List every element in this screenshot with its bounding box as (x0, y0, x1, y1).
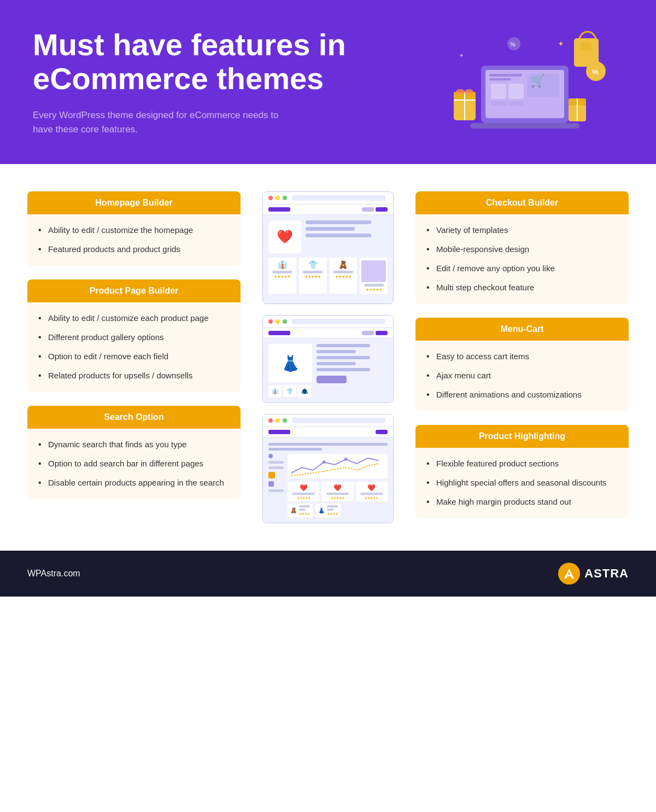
svg-rect-8 (508, 101, 524, 106)
m1-hero: ❤️ (268, 220, 388, 253)
list-item: Different animations and customizations (426, 389, 618, 400)
m1-product-img: ❤️ (268, 220, 301, 253)
list-item: Variety of templates (426, 224, 618, 236)
menu-cart-body: Easy to access cart items Ajax menu cart… (415, 341, 629, 411)
astra-label: ASTRA (584, 566, 629, 581)
list-item: Mobile-responsive design (426, 243, 618, 255)
list-item: Related products for upsells / downsells (38, 370, 230, 381)
m3-layout: ❤️ ★★★★★ ❤️ ★★★★★ ❤️ (268, 454, 388, 517)
product-page-builder-body: Ability to edit / customize each product… (27, 302, 241, 392)
nav-btn-dark (376, 207, 388, 212)
homepage-builder-body: Ability to edit / customize the homepage… (27, 214, 241, 266)
m1-line (306, 220, 371, 224)
m3-prod: ❤️ ★★★★★ (288, 482, 319, 501)
svg-point-29 (344, 458, 348, 461)
m1-grid-item: 👔 ★★★★★ (268, 258, 296, 294)
list-item: Make high margin products stand out (426, 496, 618, 507)
mockup-nav-3 (263, 427, 393, 437)
svg-text:✦: ✦ (558, 39, 564, 48)
checkout-builder-body: Variety of templates Mobile-responsive d… (415, 214, 629, 304)
m2-thumb: 👕 (283, 385, 296, 397)
footer-url: WPAstra.com (27, 569, 80, 579)
list-item: Ajax menu cart (426, 370, 618, 381)
mockup-product: 👗 👔 👕 🧥 (262, 315, 394, 403)
browser-bar (292, 418, 385, 423)
m2-line (317, 356, 370, 359)
list-item: Ability to edit / customize each product… (38, 312, 230, 324)
homepage-builder-list: Ability to edit / customize the homepage… (38, 224, 230, 255)
svg-text:%: % (510, 41, 516, 48)
m3-prod: ❤️ ★★★★★ (321, 482, 353, 501)
m2-left: 👗 👔 👕 🧥 (268, 344, 312, 397)
astra-icon (558, 563, 580, 585)
header-subtitle: Every WordPress theme designed for eComm… (33, 108, 284, 136)
list-item: Option to edit / remove each field (38, 350, 230, 362)
mockup-nav-2 (263, 328, 393, 338)
screenshots-column: ❤️ 👔 ★★★★★ 👕 (257, 191, 399, 523)
nav-pill (268, 207, 290, 212)
list-item: Different product gallery options (38, 331, 230, 343)
mockup-titlebar-2 (263, 316, 393, 328)
product-highlighting-header: Product Highlighting (415, 425, 629, 448)
homepage-builder-card: Homepage Builder Ability to edit / custo… (27, 191, 241, 266)
menu-cart-list: Easy to access cart items Ajax menu cart… (426, 350, 618, 400)
homepage-builder-header: Homepage Builder (27, 191, 241, 214)
checkout-builder-card: Checkout Builder Variety of templates Mo… (415, 191, 629, 304)
checkout-builder-header: Checkout Builder (415, 191, 629, 214)
m2-line (317, 350, 356, 353)
m3-chart (288, 454, 388, 478)
svg-rect-10 (470, 123, 579, 128)
list-item: Option to add search bar in different pa… (38, 458, 230, 469)
checkout-builder-list: Variety of templates Mobile-responsive d… (426, 224, 618, 293)
nav-btn (362, 331, 374, 335)
m3-main: ❤️ ★★★★★ ❤️ ★★★★★ ❤️ (288, 454, 388, 517)
checkout-builder-title: Checkout Builder (426, 198, 618, 208)
m1-line (306, 233, 371, 237)
main-content: Homepage Builder Ability to edit / custo… (0, 164, 656, 540)
svg-text:%: % (592, 68, 599, 76)
browser-bar (292, 319, 385, 324)
menu-cart-card: Menu-Cart Easy to access cart items Ajax… (415, 318, 629, 411)
product-page-builder-list: Ability to edit / customize each product… (38, 312, 230, 381)
m2-btn (317, 376, 347, 383)
product-page-builder-card: Product Page Builder Ability to edit / c… (27, 279, 241, 392)
nav-pill (268, 430, 290, 434)
svg-rect-23 (581, 43, 591, 50)
svg-rect-22 (574, 38, 599, 67)
list-item: Easy to access cart items (426, 350, 618, 362)
mockup-nav-1 (263, 205, 393, 215)
header-text: Must have features in eCommerce themes E… (33, 28, 448, 136)
m3-bottom-row: 🧸 ★★★★ 👗 (288, 504, 388, 517)
m2-right (317, 344, 388, 397)
svg-rect-3 (489, 78, 511, 80)
product-highlighting-body: Flexible featured product sections Highl… (415, 448, 629, 518)
nav-btn-dark (376, 331, 388, 335)
dot-yellow (276, 196, 280, 200)
product-highlighting-card: Product Highlighting Flexible featured p… (415, 425, 629, 518)
dot-yellow (276, 418, 280, 423)
m2-layout: 👗 👔 👕 🧥 (268, 344, 388, 397)
dot-green (283, 196, 287, 200)
svg-point-16 (465, 89, 473, 95)
product-page-builder-title: Product Page Builder (38, 286, 230, 296)
list-item: Dynamic search that finds as you type (38, 439, 230, 450)
search-option-header: Search Option (27, 406, 241, 429)
m1-grid-item: 🧸 ★★★★★ (330, 258, 358, 294)
nav-btn (362, 207, 374, 212)
mockup2-body: 👗 👔 👕 🧥 (263, 338, 393, 402)
nav-btn-dark (376, 430, 388, 434)
left-column: Homepage Builder Ability to edit / custo… (27, 191, 241, 523)
nav-buttons (376, 430, 388, 434)
list-item: Multi step checkout feature (426, 282, 618, 293)
nav-buttons (362, 331, 388, 335)
svg-rect-5 (491, 84, 506, 99)
browser-bar (292, 195, 385, 201)
nav-pill (268, 331, 290, 335)
m1-grid-item: 👕 ★★★★★ (299, 258, 327, 294)
m2-thumb: 🧥 (298, 385, 311, 397)
dot-red (268, 418, 273, 423)
svg-rect-2 (489, 74, 522, 77)
mockup-homepage: ❤️ 👔 ★★★★★ 👕 (262, 191, 394, 304)
m1-grid: 👔 ★★★★★ 👕 ★★★★★ 🧸 ★★★★★ (268, 258, 388, 294)
footer-logo: ASTRA (558, 563, 629, 585)
